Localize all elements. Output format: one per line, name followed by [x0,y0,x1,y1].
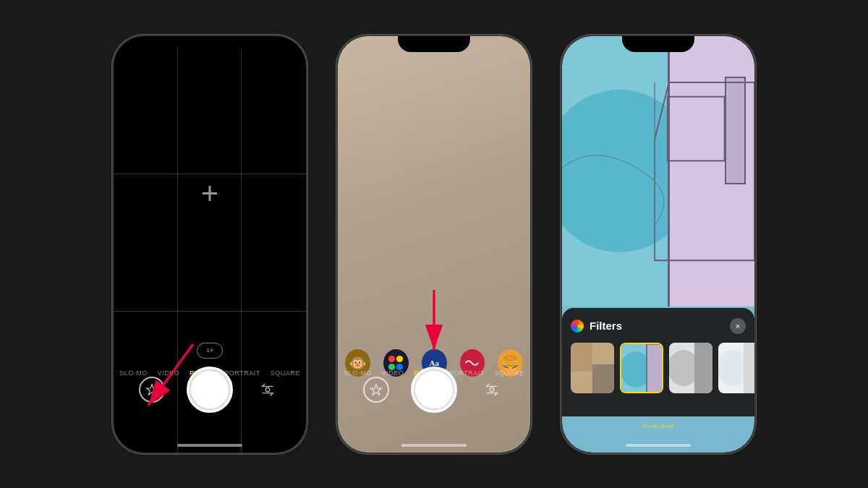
center-plus-icon: + [201,179,219,209]
filters-title-row: Filters [571,320,622,333]
svg-line-1 [148,344,193,406]
svg-rect-25 [744,343,754,393]
grid-h2 [114,311,306,312]
filter-comic-label: Comic Book [642,423,673,429]
filter-mono-wrapper [669,343,712,393]
flip-camera-button[interactable] [255,377,281,403]
filter-fade-img [718,343,754,393]
home-indicator-2 [401,444,467,447]
filter-original-img [571,343,614,393]
screen-3: Filters × [562,36,754,453]
camera-controls-2 [338,367,530,413]
svg-point-9 [490,388,494,392]
filter-comic-wrapper: Comic Book [620,343,663,393]
comic-preview [562,36,754,307]
filter-mono-img [669,343,712,393]
phone-3: Filters × [561,35,756,454]
svg-rect-17 [647,344,663,393]
red-arrow-2 [416,286,452,359]
home-indicator-3 [626,444,691,447]
filter-original[interactable] [571,343,614,393]
flip-camera-button-2[interactable] [479,377,505,403]
screen-2: 🐵 Aa 🍔 SLO-MO VIDEO PHOTO P [338,36,530,453]
filter-comic-img [621,344,663,393]
notch-3 [622,36,694,52]
notch-1 [174,36,246,52]
filters-panel: Filters × [562,308,754,416]
phone-1: + 1× SLO-MO VIDEO PHOTO PORTRAIT SQUARE [112,35,307,454]
svg-point-6 [396,355,403,361]
grid-h1 [114,174,306,174]
svg-rect-13 [571,343,592,372]
notch-2 [398,36,470,52]
comic-bg [562,36,754,307]
filters-close-button[interactable]: × [730,318,746,334]
red-arrow-1 [128,337,208,424]
svg-rect-14 [592,364,614,393]
screen-1: + 1× SLO-MO VIDEO PHOTO PORTRAIT SQUARE [114,36,306,453]
star-effects-button-2[interactable] [363,377,389,403]
filter-thumbnails: Comic Book [571,343,746,406]
shutter-button-2[interactable] [411,367,457,413]
filter-original-wrapper [571,343,614,393]
filter-fade[interactable] [718,343,754,393]
svg-rect-11 [668,96,725,160]
filters-dot-icon [571,320,584,333]
svg-point-2 [265,388,270,392]
filter-mono[interactable] [669,343,712,393]
svg-point-5 [388,355,395,361]
filter-fade-wrapper [718,343,754,393]
comic-outline-svg [562,36,754,307]
home-indicator-1 [177,444,242,447]
filter-comic[interactable] [620,343,663,393]
svg-rect-22 [694,343,712,393]
filters-header: Filters × [571,318,746,334]
phone-2: 🐵 Aa 🍔 SLO-MO VIDEO PHOTO P [336,35,532,454]
filters-title: Filters [590,320,622,332]
shutter-inner-2 [414,369,454,410]
